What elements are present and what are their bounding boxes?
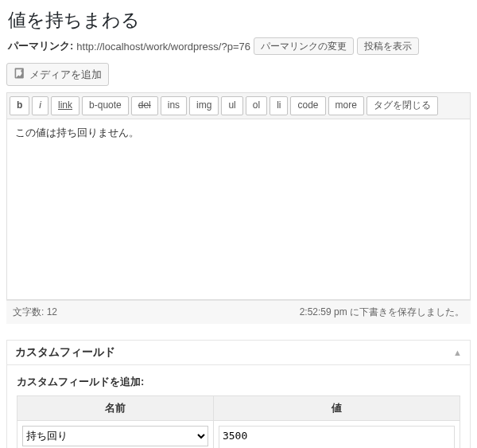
- media-icon: [14, 67, 26, 82]
- qt-close-tags-button[interactable]: タグを閉じる: [366, 96, 438, 115]
- edit-permalink-button[interactable]: パーマリンクの変更: [254, 37, 354, 55]
- cf-value-textarea[interactable]: [219, 426, 455, 448]
- qt-more-button[interactable]: more: [328, 96, 364, 115]
- custom-fields-header[interactable]: カスタムフィールド ▲: [7, 341, 470, 365]
- quicktags-toolbar: b i link b-quote del ins img ul ol li co…: [7, 93, 470, 119]
- custom-fields-subtitle: カスタムフィールドを追加:: [17, 375, 460, 389]
- custom-fields-metabox: カスタムフィールド ▲ カスタムフィールドを追加: 名前 値: [6, 340, 471, 448]
- toggle-indicator-icon[interactable]: ▲: [453, 348, 462, 357]
- wordcount: 文字数: 12: [13, 306, 57, 319]
- qt-ul-button[interactable]: ul: [221, 96, 242, 115]
- post-content-textarea[interactable]: この値は持ち回りません。: [7, 119, 470, 299]
- custom-field-row: 持ち回り 新規追加: [17, 420, 460, 448]
- view-post-button[interactable]: 投稿を表示: [357, 37, 419, 55]
- qt-ins-button[interactable]: ins: [161, 96, 187, 115]
- permalink-url: http://localhost/work/wordpress/?p=76: [76, 41, 250, 53]
- add-media-button[interactable]: メディアを追加: [6, 63, 109, 86]
- qt-ol-button[interactable]: ol: [246, 96, 267, 115]
- qt-li-button[interactable]: li: [270, 96, 288, 115]
- add-media-label: メディアを追加: [29, 68, 102, 82]
- qt-bold-button[interactable]: b: [10, 96, 29, 115]
- qt-code-button[interactable]: code: [290, 96, 325, 115]
- cf-col-name: 名前: [17, 395, 214, 420]
- permalink-row: パーマリンク: http://localhost/work/wordpress/…: [8, 37, 471, 55]
- qt-italic-button[interactable]: i: [32, 96, 48, 115]
- qt-link-button[interactable]: link: [51, 96, 80, 115]
- post-title[interactable]: 値を持ちまわる: [8, 8, 471, 33]
- cf-key-select[interactable]: 持ち回り: [22, 426, 208, 446]
- editor-container: b i link b-quote del ins img ul ol li co…: [6, 92, 471, 300]
- autosave-status: 2:52:59 pm に下書きを保存しました。: [300, 306, 464, 319]
- qt-del-button[interactable]: del: [131, 96, 158, 115]
- qt-img-button[interactable]: img: [189, 96, 219, 115]
- qt-blockquote-button[interactable]: b-quote: [82, 96, 129, 115]
- cf-col-value: 値: [213, 395, 460, 420]
- custom-fields-table: 名前 値 持ち回り 新規追加: [17, 395, 460, 448]
- custom-fields-title: カスタムフィールド: [15, 345, 115, 360]
- permalink-label: パーマリンク:: [8, 39, 73, 53]
- editor-status-bar: 文字数: 12 2:52:59 pm に下書きを保存しました。: [6, 300, 471, 324]
